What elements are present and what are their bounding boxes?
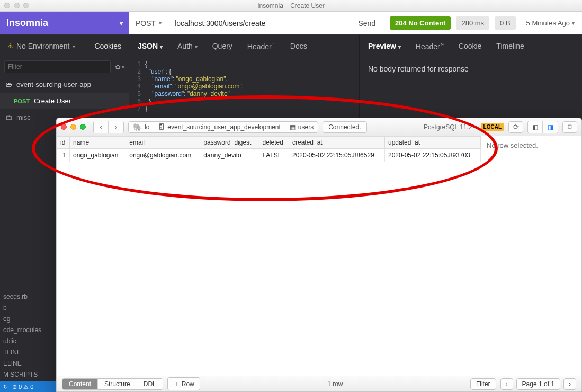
forward-button[interactable]: › <box>109 121 123 133</box>
row-detail-pane: No row selected. <box>481 136 581 376</box>
tab-resp-header[interactable]: Header9 <box>416 42 444 51</box>
workspace-dropdown[interactable]: Insomnia ▾ <box>0 12 129 34</box>
response-summary: 204 No Content 280 ms 0 B 5 Minutes Ago … <box>382 12 582 34</box>
tab-auth[interactable]: Auth ▾ <box>177 42 198 50</box>
folder-open-icon: 🗁 <box>5 81 12 88</box>
col-deleted[interactable]: deleted <box>259 137 289 149</box>
response-age-dropdown[interactable]: 5 Minutes Ago ▾ <box>526 19 575 27</box>
warning-icon: ⚠ <box>7 42 13 50</box>
chevron-down-icon: ▾ <box>195 44 198 50</box>
problems-counter[interactable]: ⊘ 0 ⚠ 0 <box>12 384 33 390</box>
folder-label: misc <box>16 113 31 121</box>
tab-structure[interactable]: Structure <box>98 379 137 389</box>
connection-status: Connected. <box>323 121 366 133</box>
tab-query[interactable]: Query <box>212 42 232 50</box>
tab-docs[interactable]: Docs <box>290 42 307 50</box>
users-table[interactable]: id name email password_digest deleted cr… <box>57 136 481 162</box>
col-created-at[interactable]: created_at <box>289 137 384 149</box>
tab-resp-timeline[interactable]: Timeline <box>496 42 524 50</box>
data-grid[interactable]: id name email password_digest deleted cr… <box>57 136 481 376</box>
url-text: localhost:3000/users/create <box>175 19 265 28</box>
cell-created-at[interactable]: 2020-05-02 22:15:05.886529 <box>289 149 384 162</box>
col-password-digest[interactable]: password_digest <box>200 137 259 149</box>
request-top-bar: Insomnia ▾ POST ▾ localhost:3000/users/c… <box>0 12 582 35</box>
cell-deleted[interactable]: FALSE <box>259 149 289 162</box>
layout-toggle[interactable]: ◧ ◨ <box>527 121 558 133</box>
new-window-button[interactable]: ⧉ <box>562 121 577 133</box>
status-badge: 204 No Content <box>390 16 451 30</box>
database-icon: 🗄 <box>158 123 165 131</box>
header-count-badge: 1 <box>273 42 275 47</box>
chevron-down-icon: ▾ <box>160 44 163 50</box>
minimize-icon[interactable] <box>70 124 76 130</box>
close-icon[interactable] <box>61 124 67 130</box>
request-name: Create User <box>34 97 71 105</box>
elephant-icon: 🐘 <box>133 123 142 131</box>
window-title: Insomnia – Create User <box>0 2 582 10</box>
chevron-down-icon: ▾ <box>572 20 575 26</box>
response-empty-message: No body returned for response <box>368 65 574 73</box>
col-id[interactable]: id <box>57 137 70 149</box>
environment-label: No Environment <box>16 42 69 50</box>
folder-name: event-sourcing-user-app <box>16 81 91 88</box>
table-row[interactable]: 1 ongo_gablogian ongo@gablogian.com dann… <box>57 149 481 162</box>
environment-dropdown[interactable]: ⚠ No Environment ▾ <box>7 42 75 50</box>
page-indicator: Page 1 of 1 <box>516 378 560 390</box>
engine-version: PostgreSQL 11.2 <box>419 123 477 131</box>
folder-icon: 🗀 <box>5 113 12 121</box>
size-badge: 0 B <box>495 16 516 30</box>
add-row-button[interactable]: ＋Row <box>167 377 200 390</box>
breadcrumb[interactable]: 🐘lo 🗄event_sourcing_user_app_development… <box>128 121 318 133</box>
tab-resp-cookie[interactable]: Cookie <box>459 42 482 50</box>
chevron-down-icon: ▾ <box>120 20 123 27</box>
col-name[interactable]: name <box>70 137 126 149</box>
row-count: 1 row <box>204 380 466 388</box>
row-detail-message: No row selected. <box>487 141 576 149</box>
local-badge: LOCAL <box>481 123 504 131</box>
db-window-traffic-lights[interactable] <box>61 124 86 130</box>
cell-updated-at[interactable]: 2020-05-02 22:15:05.893703 <box>384 149 480 162</box>
cell-email[interactable]: ongo@gablogian.com <box>126 149 200 162</box>
page-next-button[interactable]: › <box>563 378 576 390</box>
url-bar[interactable]: localhost:3000/users/create Send <box>168 12 382 34</box>
sidebar-folder[interactable]: 🗁 event-sourcing-user-app <box>0 76 129 93</box>
http-method-dropdown[interactable]: POST ▾ <box>129 12 168 34</box>
chevron-down-icon: ▾ <box>398 44 401 50</box>
breadcrumb-host: lo <box>145 123 149 131</box>
tab-body[interactable]: JSON ▾ <box>138 42 163 50</box>
layout-right-icon[interactable]: ◨ <box>543 121 558 133</box>
tab-header[interactable]: Header1 <box>247 42 275 51</box>
refresh-button[interactable]: ⟳ <box>508 121 523 133</box>
zoom-icon[interactable] <box>80 124 86 130</box>
filter-button[interactable]: Filter <box>470 378 496 390</box>
breadcrumb-table: users <box>298 123 314 131</box>
view-mode-tabs[interactable]: Content Structure DDL <box>62 378 163 390</box>
cookies-button[interactable]: Cookies <box>94 42 121 50</box>
tab-content[interactable]: Content <box>62 379 98 389</box>
db-toolbar: ‹ › 🐘lo 🗄event_sourcing_user_app_develop… <box>57 118 581 136</box>
tab-preview[interactable]: Preview ▾ <box>368 42 401 50</box>
macos-titlebar: Insomnia – Create User <box>0 0 582 12</box>
cell-password-digest[interactable]: danny_devito <box>200 149 259 162</box>
col-email[interactable]: email <box>126 137 200 149</box>
chevron-down-icon: ▾ <box>73 43 75 49</box>
sidebar-request-item[interactable]: POST Create User <box>0 93 129 109</box>
sidebar-add-dropdown[interactable]: ✿▾ <box>115 63 124 71</box>
cell-id[interactable]: 1 <box>57 149 70 162</box>
back-button[interactable]: ‹ <box>94 121 109 133</box>
sidebar-filter-input[interactable] <box>4 60 111 73</box>
workspace-name: Insomnia <box>6 17 48 29</box>
chevron-down-icon: ▾ <box>159 20 162 26</box>
page-prev-button[interactable]: ‹ <box>500 378 513 390</box>
chevron-down-icon: ▾ <box>122 64 124 70</box>
environment-cell: ⚠ No Environment ▾ Cookies <box>0 35 129 57</box>
sync-icon[interactable]: ↻ <box>3 384 8 390</box>
resp-header-count-badge: 9 <box>441 42 444 47</box>
cell-name[interactable]: ongo_gablogian <box>70 149 126 162</box>
layout-left-icon[interactable]: ◧ <box>528 121 543 133</box>
col-updated-at[interactable]: updated_at <box>384 137 480 149</box>
db-main: id name email password_digest deleted cr… <box>57 136 581 376</box>
send-button[interactable]: Send <box>358 19 375 28</box>
tab-ddl[interactable]: DDL <box>137 379 163 389</box>
history-nav[interactable]: ‹ › <box>93 121 124 133</box>
